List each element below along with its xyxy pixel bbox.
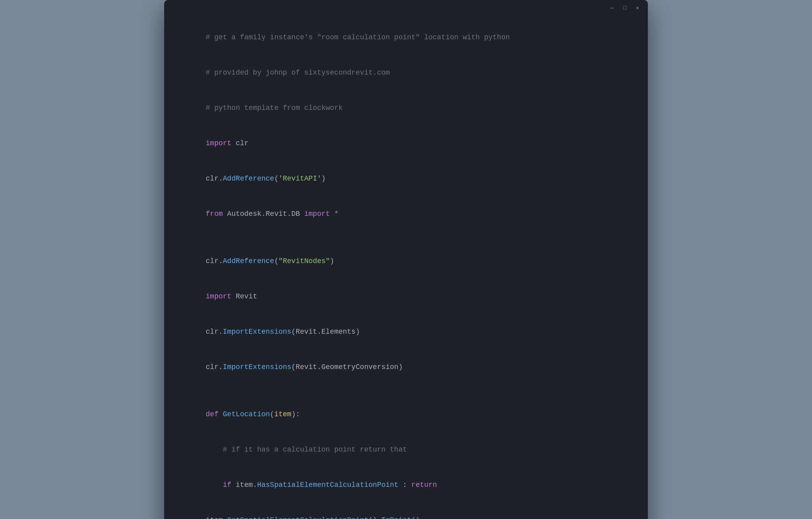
code-line-11: clr.ImportExtensions(Revit.GeometryConve… xyxy=(180,350,632,385)
maximize-button[interactable]: □ xyxy=(621,4,629,12)
title-bar: — □ ✕ xyxy=(164,0,648,16)
code-line-5: clr.AddReference('RevitAPI') xyxy=(180,161,632,196)
code-line-6: from Autodesk.Revit.DB import * xyxy=(180,196,632,232)
code-area: # get a family instance's "room calculat… xyxy=(164,16,648,519)
code-line-1: # get a family instance's "room calculat… xyxy=(180,20,632,55)
code-line-10: clr.ImportExtensions(Revit.Elements) xyxy=(180,314,632,350)
code-line-9: import Revit xyxy=(180,279,632,314)
code-line-empty-2 xyxy=(180,385,632,397)
code-line-16: item.GetSpatialElementCalculationPoint()… xyxy=(180,503,632,519)
code-editor-window: — □ ✕ # get a family instance's "room ca… xyxy=(164,0,648,519)
code-line-13: def GetLocation(item): xyxy=(180,397,632,432)
code-line-14: # if it has a calculation point return t… xyxy=(180,432,632,467)
code-line-2: # provided by johnp of sixtysecondrevit.… xyxy=(180,55,632,90)
code-line-empty-1 xyxy=(180,232,632,244)
close-button[interactable]: ✕ xyxy=(634,4,642,12)
code-line-15: if item.HasSpatialElementCalculationPoin… xyxy=(180,467,632,503)
code-line-4: import clr xyxy=(180,126,632,161)
minimize-button[interactable]: — xyxy=(608,4,616,12)
code-line-8: clr.AddReference("RevitNodes") xyxy=(180,244,632,279)
code-line-3: # python template from clockwork xyxy=(180,90,632,126)
